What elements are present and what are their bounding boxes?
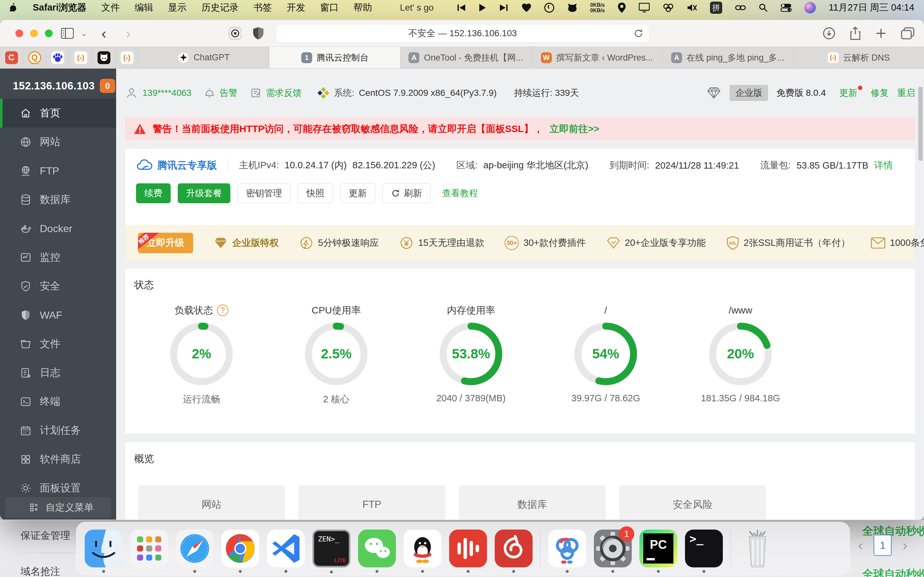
repair-link[interactable]: 修复	[871, 87, 889, 99]
tab-onetool[interactable]: A OneTool - 免费挂机【网...	[401, 47, 531, 68]
dock-wechat[interactable]	[358, 530, 396, 567]
menu-bookmarks[interactable]: 书签	[254, 1, 272, 14]
control-center-icon[interactable]	[780, 1, 792, 14]
pinned-tab-dnspod-2[interactable]: (-)	[115, 47, 139, 68]
sidebar-item-security[interactable]: 安全	[0, 272, 116, 301]
tab-ping[interactable]: A 在线 ping_多地 ping_多...	[662, 47, 793, 68]
tab-dnspod[interactable]: (-) 云解析 DNS	[793, 47, 924, 68]
dock-safari[interactable]	[176, 530, 214, 567]
sidebar-item-cron[interactable]: 计划任务	[0, 416, 116, 445]
volume-muted-icon[interactable]	[687, 1, 697, 14]
media-previous-icon[interactable]	[456, 1, 466, 14]
media-next-icon[interactable]	[499, 1, 509, 14]
zoom-window-button[interactable]	[45, 29, 53, 37]
dock-helper-app[interactable]	[548, 530, 586, 567]
dock-zen-terminal[interactable]: ZEN>_ LITE	[312, 530, 351, 567]
menu-view[interactable]: 显示	[168, 1, 187, 14]
media-play-icon[interactable]	[479, 1, 486, 14]
upgrade-now-button[interactable]: 推荐 立即升级	[138, 233, 193, 253]
pinned-tab-cat[interactable]	[92, 47, 115, 68]
overview-card-ftp[interactable]: FTP	[298, 485, 445, 520]
pinned-tab-baidu[interactable]	[46, 47, 69, 68]
dock-launchpad[interactable]	[130, 530, 168, 567]
sidebar-chevron-icon[interactable]: ⌄	[81, 29, 87, 38]
dock-vscode[interactable]	[267, 530, 305, 567]
refresh-button[interactable]: 刷新	[383, 183, 431, 203]
upgrade-button[interactable]: 升级套餐	[178, 183, 230, 203]
update-link[interactable]: 更新	[839, 87, 863, 99]
pager-prev-icon[interactable]: ‹	[858, 537, 863, 553]
menu-app-name[interactable]: Safari浏览器	[33, 1, 87, 14]
menu-file[interactable]: 文件	[102, 1, 120, 14]
pinned-tab-csdn[interactable]: C	[0, 47, 23, 68]
edition-badge[interactable]: 企业版	[730, 85, 768, 101]
minimize-window-button[interactable]	[30, 29, 38, 37]
overview-card-security[interactable]: 安全风险	[619, 485, 766, 520]
sidebar-item-docker[interactable]: Docker	[0, 214, 116, 243]
gauge-root-disk[interactable]: / 54% 39.97G / 78.62G	[538, 303, 673, 406]
renew-button[interactable]: 续费	[136, 183, 171, 203]
display-icon[interactable]	[639, 1, 650, 14]
traffic-detail-link[interactable]: 详情	[874, 159, 893, 172]
pinned-tab-dnspod[interactable]: (-)	[69, 47, 92, 68]
update-button[interactable]: 更新	[340, 183, 375, 203]
tab-bt-panel-active[interactable]: 1 腾讯云控制台	[270, 47, 401, 68]
sidebar-item-files[interactable]: 文件	[0, 330, 116, 358]
dock-terminal[interactable]: >_	[685, 530, 723, 567]
alarm-link[interactable]: 告警	[220, 87, 238, 99]
gauge-memory[interactable]: 内存使用率 53.8% 2040 / 3789(MB)	[404, 303, 538, 406]
back-button[interactable]: ‹	[102, 25, 106, 42]
share-icon[interactable]	[850, 27, 861, 40]
dock-pycharm[interactable]: PC	[640, 530, 677, 567]
siri-icon[interactable]	[804, 2, 816, 13]
help-icon[interactable]: ?	[217, 305, 228, 316]
scrollbar-thumb[interactable]	[918, 87, 923, 161]
apple-logo-icon[interactable]	[10, 1, 18, 14]
overview-card-website[interactable]: 网站	[138, 485, 285, 520]
heart-icon[interactable]	[522, 1, 531, 14]
tencent-brand[interactable]: 腾讯云专享版	[136, 159, 217, 172]
forward-button[interactable]: ›	[126, 25, 131, 42]
snapshot-button[interactable]: 快照	[298, 183, 333, 203]
extension-recorder-icon[interactable]	[228, 27, 242, 40]
tab-overview-icon[interactable]	[901, 27, 914, 39]
extension-adguard-icon[interactable]	[253, 27, 264, 40]
sidebar-toggle-icon[interactable]	[61, 28, 74, 39]
message-count-badge[interactable]: 0	[100, 79, 115, 93]
dock-qq[interactable]	[404, 530, 441, 567]
proxy-braid-icon[interactable]	[662, 1, 674, 14]
close-window-button[interactable]	[15, 29, 23, 37]
address-bar[interactable]: 不安全 — 152.136.106.103	[276, 24, 649, 43]
link-chain-icon[interactable]	[735, 1, 746, 14]
menubar-clock[interactable]: 11月27日 周三 04:14	[829, 1, 914, 14]
pager-next-icon[interactable]: ›	[903, 537, 907, 553]
key-manage-button[interactable]: 密钥管理	[237, 183, 291, 203]
menu-edit[interactable]: 编辑	[135, 1, 153, 14]
warning-go-link[interactable]: 立即前往>>	[549, 122, 599, 135]
gauge-cpu[interactable]: CPU使用率 2.5% 2 核心	[269, 303, 404, 406]
reload-icon[interactable]	[634, 29, 643, 38]
menu-history[interactable]: 历史记录	[202, 1, 239, 14]
sidebar-item-appstore[interactable]: 软件商店	[0, 445, 116, 474]
overview-card-database[interactable]: 数据库	[459, 485, 606, 520]
tab-chatgpt[interactable]: ChatGPT	[139, 47, 270, 68]
account-phone[interactable]: 139****4063	[142, 88, 192, 98]
sidebar-item-waf[interactable]: WAF	[0, 301, 116, 330]
dock-netease-music[interactable]	[495, 530, 533, 567]
sidebar-item-ftp[interactable]: FTP	[0, 156, 116, 185]
dock-trash[interactable]	[738, 530, 776, 567]
network-speed[interactable]: 0KB/s0KB/s	[590, 2, 605, 13]
sidebar-item-website[interactable]: 网站	[0, 127, 116, 156]
gauge-www-disk[interactable]: /www 20% 181.35G / 984.18G	[673, 303, 808, 406]
sidebar-item-monitor[interactable]: 监控	[0, 243, 116, 272]
sidebar-item-home[interactable]: 首页	[0, 99, 116, 127]
menu-develop[interactable]: 开发	[287, 1, 305, 14]
dock-listening-app[interactable]	[449, 530, 487, 567]
downloads-icon[interactable]	[822, 27, 835, 40]
input-method-icon[interactable]: 拼	[710, 2, 722, 14]
dock-chrome[interactable]	[221, 530, 259, 567]
sidebar-item-logs[interactable]: 日志	[0, 358, 116, 387]
restart-link[interactable]: 重启	[897, 87, 915, 99]
menu-help[interactable]: 帮助	[354, 1, 372, 14]
gauge-load[interactable]: 负载状态 ? 2% 运行流畅	[134, 303, 269, 406]
